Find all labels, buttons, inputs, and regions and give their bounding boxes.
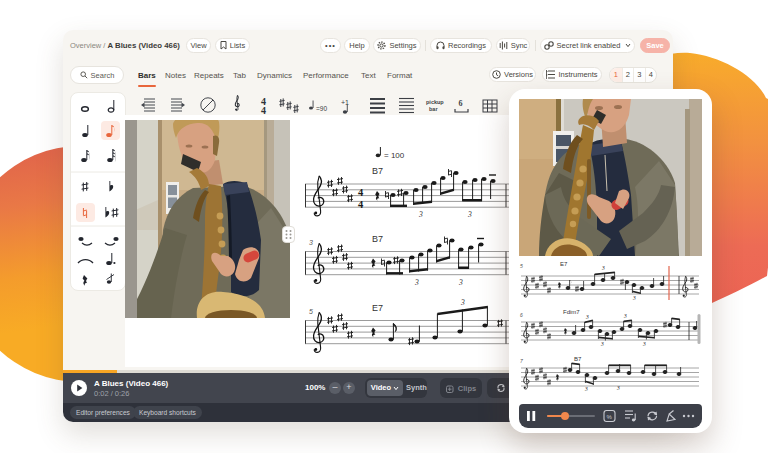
svg-text:3: 3 xyxy=(309,239,313,246)
svg-text:3: 3 xyxy=(418,210,423,219)
svg-text:3: 3 xyxy=(632,295,636,301)
svg-text:4: 4 xyxy=(358,199,364,210)
svg-text:3: 3 xyxy=(467,210,472,219)
svg-text:3: 3 xyxy=(600,341,604,347)
svg-text:=90: =90 xyxy=(316,105,327,112)
svg-text:B7: B7 xyxy=(372,234,383,244)
svg-text:B7: B7 xyxy=(372,166,383,176)
svg-text:3: 3 xyxy=(623,313,627,319)
svg-text:+1: +1 xyxy=(341,99,349,106)
svg-text:%: % xyxy=(607,414,613,420)
svg-text:B7: B7 xyxy=(574,356,582,362)
svg-text:3: 3 xyxy=(458,278,463,287)
svg-text:pickup: pickup xyxy=(426,99,444,105)
svg-text:3: 3 xyxy=(460,298,465,307)
svg-text:6: 6 xyxy=(459,99,463,108)
svg-text:3: 3 xyxy=(414,278,419,287)
svg-text:Fdim7: Fdim7 xyxy=(563,309,580,315)
svg-text:3: 3 xyxy=(616,385,620,391)
svg-text:bar: bar xyxy=(429,106,438,112)
svg-text:3: 3 xyxy=(585,314,589,320)
svg-text:5: 5 xyxy=(520,263,523,269)
svg-text:6: 6 xyxy=(520,312,523,318)
svg-text:E7: E7 xyxy=(560,261,568,267)
svg-text:3: 3 xyxy=(642,341,646,347)
svg-text:5: 5 xyxy=(309,308,313,315)
svg-text:= 100: = 100 xyxy=(384,151,405,160)
svg-text:3: 3 xyxy=(584,386,588,392)
svg-text:E7: E7 xyxy=(372,303,383,313)
svg-text:3: 3 xyxy=(601,265,605,271)
svg-text:7: 7 xyxy=(520,358,523,364)
svg-text:4: 4 xyxy=(358,187,364,198)
